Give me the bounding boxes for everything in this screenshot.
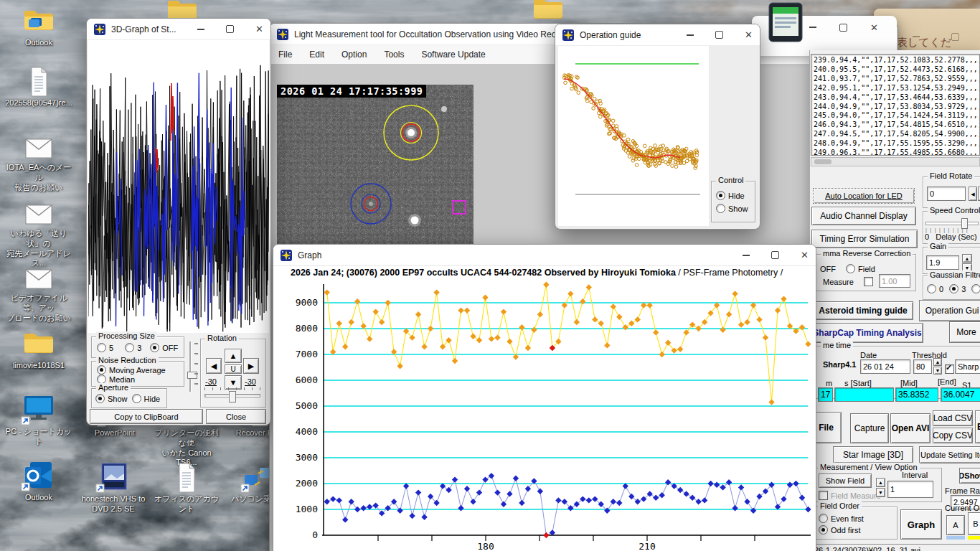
exit-button[interactable]: E: [975, 410, 980, 443]
gamma-value-input[interactable]: 1.00: [879, 274, 910, 288]
update-setting-button[interactable]: Update Setting Ite: [919, 446, 980, 463]
field-rotate-left-spin[interactable]: ◀: [969, 187, 977, 201]
desktop-icon-いわゆる「送り状」の[interactable]: いわゆる「送り状」の 宛先メールアドレス...: [4, 201, 73, 268]
auto-location-led-button[interactable]: Auto Location for LED: [813, 188, 915, 204]
sharpcap-timing-button[interactable]: SharpCap Timing Analysis: [811, 323, 923, 343]
desktop-icon-Outlook[interactable]: Outlook: [4, 461, 73, 503]
radio-moving-average[interactable]: [97, 365, 106, 375]
csv-data-row[interactable]: 242.0,95.1,"",17,17,53.1254,53.2949,,,,1: [814, 84, 979, 93]
close-button[interactable]: Close: [206, 409, 266, 424]
radio-gamma-field[interactable]: [846, 264, 855, 273]
csv-data-row[interactable]: 246.0,94.3,"",17,17,54.4815,54.6510,,,,1: [814, 121, 979, 130]
desktop-icon-PC---ショートカット[interactable]: PC - ショートカット: [4, 395, 73, 447]
copy-to-clipboard-button[interactable]: Copy to ClipBoard: [90, 409, 203, 424]
date-input[interactable]: 26 01 24: [860, 359, 910, 374]
graph-titlebar[interactable]: Graph ✕: [273, 245, 816, 266]
dshow-button[interactable]: DShow: [959, 468, 980, 484]
csv-data-row[interactable]: 248.0,94.9,"",17,17,55.1595,55.3290,,,,2: [814, 139, 979, 149]
radio-hide[interactable]: [132, 394, 141, 403]
menu-item-software-update[interactable]: Software Update: [421, 50, 485, 60]
minute-field[interactable]: 17: [818, 387, 833, 402]
capture-button[interactable]: Capture: [850, 413, 889, 443]
maximize-icon[interactable]: [226, 25, 234, 33]
start-field[interactable]: [834, 387, 894, 402]
radio-5[interactable]: [97, 343, 106, 352]
radio-odd-first[interactable]: [819, 525, 828, 534]
csv-data-row[interactable]: 240.0,95.5,"",17,17,52.4473,52.6168,,,,1: [814, 65, 979, 75]
audio-channel-display-button[interactable]: Audio Channel Display: [811, 207, 916, 225]
graph-button[interactable]: Graph: [900, 509, 942, 540]
desktop-icon-limovie1018S1[interactable]: limovie1018S1: [4, 329, 73, 371]
desktop-icon-folder[interactable]: [514, 0, 583, 26]
radio-gaussian-more[interactable]: [971, 284, 980, 293]
desktop-icon-202558-90547-re-[interactable]: 202558(90547)re...: [4, 66, 73, 108]
csv-data-row[interactable]: 245.0,94.0,"",17,17,54.1424,54.3119,,,,1: [814, 111, 979, 121]
csv-data-row[interactable]: 249.0,96.3,"",17,17,55.4985,55.6680,,,,1: [814, 149, 979, 156]
radio-show[interactable]: [95, 394, 105, 403]
interval-down-spin[interactable]: ▼: [876, 488, 885, 497]
desktop-icon-オフィスのアカウント[interactable]: オフィスのアカウント: [152, 462, 221, 514]
rotate-reset-button[interactable]: U: [225, 364, 242, 374]
interval-up-spin[interactable]: ▲: [876, 478, 885, 487]
rotate-right-button[interactable]: ▶: [243, 358, 259, 374]
desktop-icon-Outlook[interactable]: Outlook: [4, 6, 73, 48]
menu-item-option[interactable]: Option: [341, 50, 367, 60]
maximize-icon[interactable]: [771, 251, 779, 259]
gain-input[interactable]: 1.9: [926, 255, 959, 270]
desktop-icon-honestech-VHS-to[interactable]: honestech VHS to DVD 2.5 SE: [79, 462, 148, 514]
mid-field[interactable]: 35.8352: [895, 387, 938, 402]
gamma-measure-checkbox[interactable]: [864, 277, 873, 286]
radio-off[interactable]: [150, 343, 159, 352]
operation-guide-button[interactable]: Operation Gui: [919, 300, 980, 321]
desktop-icon-ビデオファイル等、アッ[interactable]: ビデオファイル等、アッ プロードのお願い: [4, 265, 73, 323]
threshold-up-spin[interactable]: ▲: [933, 358, 942, 366]
copy-csv-button[interactable]: Copy CSV: [933, 428, 973, 443]
object-tab-a[interactable]: A: [946, 515, 965, 535]
desktop-icon-IOTA_EAへのメール[interactable]: IOTA_EAへのメール 報告のお願い: [4, 135, 73, 192]
open-avi-button[interactable]: Open AVI: [890, 413, 930, 443]
field-measure-checkbox[interactable]: [819, 491, 828, 500]
load-csv-button[interactable]: Load CSV: [933, 410, 973, 426]
menu-item-file[interactable]: File: [278, 50, 292, 60]
star-image-3d-button[interactable]: Star Image [3D]: [833, 446, 913, 463]
sharp-checkbox[interactable]: [945, 364, 954, 374]
field-rotate-input[interactable]: 0: [927, 187, 966, 201]
radio-hide-guide[interactable]: [716, 191, 725, 200]
maximize-icon[interactable]: [839, 24, 847, 32]
object-tab-b[interactable]: B: [968, 512, 980, 535]
more-button[interactable]: More: [949, 321, 980, 343]
operation-guide-titlebar[interactable]: Operation guide ✕: [555, 24, 760, 46]
radio-show-guide[interactable]: [716, 204, 725, 213]
measurement-data-list[interactable]: 239.0,94.4,"",17,17,52.1083,52.2778,,,,1…: [811, 54, 980, 156]
minimize-icon[interactable]: [809, 27, 816, 28]
csv-data-row[interactable]: 243.0,94.4,"",17,17,53.4644,53.6339,,,,1: [814, 93, 979, 103]
end-field[interactable]: 36.0047: [941, 387, 980, 402]
rotate-up-button[interactable]: ▲: [225, 349, 242, 363]
minimize-icon[interactable]: [687, 34, 694, 36]
csv-data-row[interactable]: 247.0,94.5,"",17,17,54.8205,54.9900,,,,1: [814, 130, 979, 139]
desktop-icon-device[interactable]: [765, 1, 806, 46]
menu-item-edit[interactable]: Edit: [309, 50, 324, 60]
interval-input[interactable]: 1: [887, 481, 933, 498]
gain-up-spin[interactable]: ▲: [962, 254, 972, 263]
csv-data-row[interactable]: 244.0,94.9,"",17,17,53.8034,53.9729,,,,1: [814, 103, 979, 112]
threshold-input[interactable]: 80: [913, 359, 932, 374]
maximize-icon[interactable]: [951, 33, 959, 41]
threshold-down-spin[interactable]: ▼: [933, 367, 942, 375]
close-icon[interactable]: ✕: [870, 23, 878, 32]
close-icon[interactable]: ✕: [255, 24, 263, 34]
asteroid-timing-guide-button[interactable]: Asteroid timing guide: [813, 301, 913, 320]
radio-even-first[interactable]: [819, 514, 828, 523]
rotation-slider[interactable]: [204, 387, 260, 403]
csv-data-row[interactable]: 239.0,94.4,"",17,17,52.1083,52.2778,,,,1: [814, 56, 979, 65]
rotate-left-button[interactable]: ◀: [206, 358, 222, 374]
video-frame-view[interactable]: 2026 01 24 17:17:35:999: [277, 85, 473, 271]
csv-horizontal-scrollbar[interactable]: [811, 157, 980, 166]
csv-data-row[interactable]: 241.0,93.7,"",17,17,52.7863,52.9559,,,,1: [814, 75, 979, 84]
close-icon[interactable]: ✕: [801, 250, 809, 260]
3d-graph-titlebar[interactable]: 3D-Graph of St... ✕: [87, 19, 270, 40]
menu-item-tools[interactable]: Tools: [384, 50, 404, 60]
maximize-icon[interactable]: [715, 31, 723, 39]
sharp-combo[interactable]: Sharp: [955, 359, 980, 374]
radio-gaussian-0[interactable]: [927, 284, 936, 293]
